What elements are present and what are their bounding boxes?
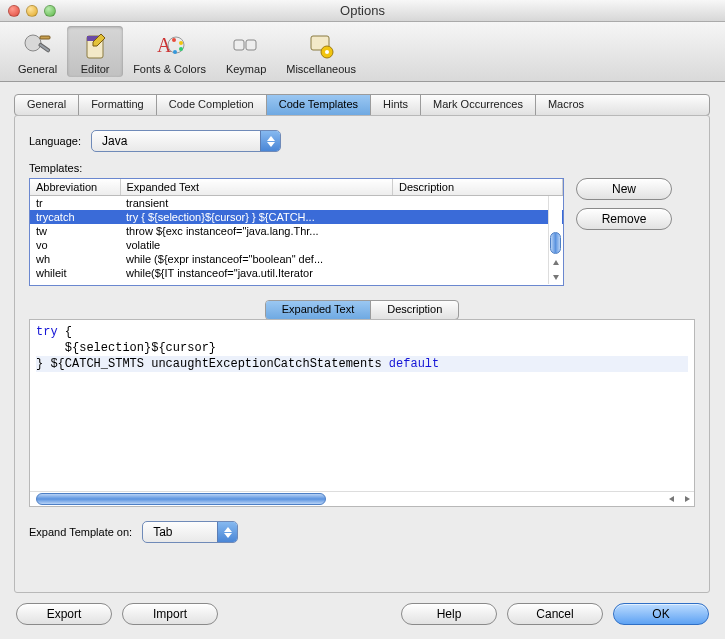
table-row[interactable]: trtransient (30, 196, 563, 211)
close-window-button[interactable] (8, 5, 20, 17)
svg-point-10 (173, 50, 177, 54)
cell-abbrev: tr (30, 196, 120, 211)
table-row[interactable]: vovolatile (30, 238, 563, 252)
toolbar-item-misc[interactable]: Miscellaneous (276, 26, 366, 77)
toolbar-label: Editor (81, 63, 110, 75)
toolbar-item-general[interactable]: General (8, 26, 67, 77)
cell-desc (393, 224, 563, 238)
toolbar-label: Fonts & Colors (133, 63, 206, 75)
ok-button[interactable]: OK (613, 603, 709, 625)
cell-desc (393, 266, 563, 280)
minimize-window-button[interactable] (26, 5, 38, 17)
col-description[interactable]: Description (393, 179, 563, 196)
cell-desc (393, 238, 563, 252)
svg-point-0 (25, 35, 41, 51)
cell-expanded: volatile (120, 238, 393, 252)
remove-button[interactable]: Remove (576, 208, 672, 230)
cell-desc (393, 196, 563, 211)
toolbar-item-keymap[interactable]: Keymap (216, 26, 276, 77)
category-toolbar: General Editor A Fonts & Colors Keymap M… (0, 22, 725, 82)
code-templates-panel: Language: Java Templates: Abbreviation E… (14, 115, 710, 593)
tab-general[interactable]: General (15, 95, 79, 115)
import-button[interactable]: Import (122, 603, 218, 625)
select-arrows-icon (260, 131, 280, 151)
titlebar: Options (0, 0, 725, 22)
svg-rect-2 (38, 43, 50, 52)
toolbar-label: Keymap (226, 63, 266, 75)
scrollbar-thumb[interactable] (36, 493, 326, 505)
new-button[interactable]: New (576, 178, 672, 200)
toolbar-item-fonts-colors[interactable]: A Fonts & Colors (123, 26, 216, 77)
col-expanded-text[interactable]: Expanded Text (120, 179, 393, 196)
expand-template-label: Expand Template on: (29, 526, 132, 538)
scroll-right-icon[interactable] (679, 492, 694, 506)
tab-code-templates[interactable]: Code Templates (267, 95, 371, 115)
tab-formatting[interactable]: Formatting (79, 95, 157, 115)
code-content[interactable]: try { ${selection}${cursor} } ${CATCH_ST… (30, 320, 694, 376)
cell-abbrev: whileit (30, 266, 120, 280)
svg-point-8 (179, 41, 183, 45)
scroll-left-icon[interactable] (664, 492, 679, 506)
cell-expanded: transient (120, 196, 393, 211)
misc-icon (305, 30, 337, 62)
language-select[interactable]: Java (91, 130, 281, 152)
svg-point-9 (179, 47, 183, 51)
svg-rect-12 (246, 40, 256, 50)
table-row[interactable]: twthrow ${exc instanceof="java.lang.Thr.… (30, 224, 563, 238)
detail-tab-expanded-text[interactable]: Expanded Text (266, 301, 372, 319)
zoom-window-button[interactable] (44, 5, 56, 17)
table-row[interactable]: whileitwhile(${IT instanceof="java.util.… (30, 266, 563, 280)
toolbar-label: General (18, 63, 57, 75)
language-value: Java (102, 131, 127, 151)
tab-hints[interactable]: Hints (371, 95, 421, 115)
table-row[interactable]: trycatchtry { ${selection}${cursor} } ${… (30, 210, 563, 224)
cell-desc (393, 252, 563, 266)
svg-rect-1 (40, 36, 50, 39)
cell-expanded: while (${expr instanceof="boolean" def..… (120, 252, 393, 266)
cell-desc (393, 210, 563, 224)
tab-mark-occurrences[interactable]: Mark Occurrences (421, 95, 536, 115)
table-row[interactable]: whwhile (${expr instanceof="boolean" def… (30, 252, 563, 266)
cell-abbrev: vo (30, 238, 120, 252)
editor-icon (79, 30, 111, 62)
keymap-icon (230, 30, 262, 62)
fonts-colors-icon: A (154, 30, 186, 62)
window-title: Options (0, 3, 725, 18)
svg-point-15 (325, 50, 329, 54)
detail-tabbar: Expanded Text Description (265, 300, 460, 320)
cell-expanded: throw ${exc instanceof="java.lang.Thr... (120, 224, 393, 238)
help-button[interactable]: Help (401, 603, 497, 625)
cell-expanded: while(${IT instanceof="java.util.Iterato… (120, 266, 393, 280)
code-horizontal-scrollbar[interactable] (30, 491, 694, 506)
cell-expanded: try { ${selection}${cursor} } ${CATCH... (120, 210, 393, 224)
cancel-button[interactable]: Cancel (507, 603, 603, 625)
detail-tab-description[interactable]: Description (371, 301, 458, 319)
templates-label: Templates: (29, 162, 695, 174)
expand-template-value: Tab (153, 522, 172, 542)
col-abbreviation[interactable]: Abbreviation (30, 179, 120, 196)
export-button[interactable]: Export (16, 603, 112, 625)
tab-macros[interactable]: Macros (536, 95, 596, 115)
scroll-down-icon[interactable] (549, 270, 563, 284)
cell-abbrev: trycatch (30, 210, 120, 224)
svg-rect-11 (234, 40, 244, 50)
expanded-text-editor[interactable]: try { ${selection}${cursor} } ${CATCH_ST… (29, 319, 695, 507)
general-icon (22, 30, 54, 62)
templates-table[interactable]: Abbreviation Expanded Text Description t… (29, 178, 564, 286)
scroll-up-icon[interactable] (549, 256, 563, 270)
svg-text:A: A (157, 34, 172, 56)
scrollbar-thumb[interactable] (550, 232, 561, 254)
cell-abbrev: tw (30, 224, 120, 238)
editor-tabbar: General Formatting Code Completion Code … (14, 94, 710, 116)
svg-point-7 (172, 38, 176, 42)
cell-abbrev: wh (30, 252, 120, 266)
toolbar-item-editor[interactable]: Editor (67, 26, 123, 77)
language-label: Language: (29, 135, 81, 147)
toolbar-label: Miscellaneous (286, 63, 356, 75)
table-vertical-scrollbar[interactable] (548, 196, 562, 284)
dialog-footer: Export Import Help Cancel OK (0, 593, 725, 639)
tab-code-completion[interactable]: Code Completion (157, 95, 267, 115)
expand-template-select[interactable]: Tab (142, 521, 238, 543)
select-arrows-icon (217, 522, 237, 542)
